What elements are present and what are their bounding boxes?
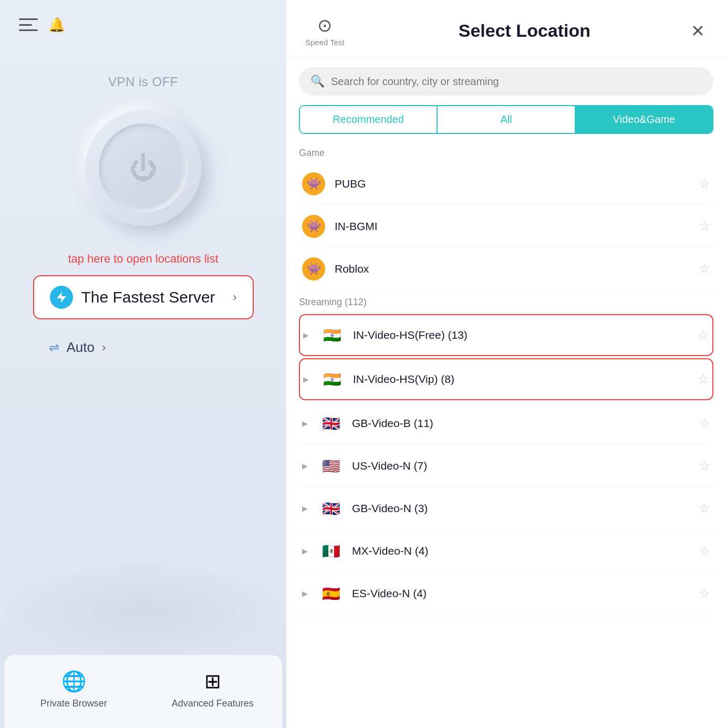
power-icon: ⏻	[129, 154, 158, 182]
section-header-streaming: Streaming (112)	[299, 290, 713, 312]
location-list: Game 👾 PUBG ☆ 👾 IN-BGMI ☆ 👾 Roblox ☆ Str…	[286, 141, 726, 728]
gb-video-n-favorite-icon[interactable]: ☆	[699, 501, 710, 516]
bg-decoration	[0, 560, 286, 665]
roblox-label: Roblox	[335, 263, 689, 275]
list-item-roblox[interactable]: 👾 Roblox ☆	[299, 248, 713, 290]
list-item-us-video-n[interactable]: ▶ 🇺🇸 US-Video-N (7) ☆	[299, 445, 713, 487]
mx-video-n-label: MX-Video-N (4)	[352, 545, 689, 557]
us-video-n-label: US-Video-N (7)	[352, 460, 689, 472]
gb-video-b-favorite-icon[interactable]: ☆	[699, 416, 710, 431]
in-video-free-favorite-icon[interactable]: ☆	[698, 328, 709, 342]
search-bar[interactable]: 🔍	[299, 67, 713, 96]
section-header-game: Game	[299, 141, 713, 163]
fastest-server-button[interactable]: The Fastest Server ›	[33, 275, 254, 319]
roblox-icon: 👾	[302, 257, 325, 280]
left-header: 🔔	[0, 0, 286, 43]
list-item-gb-video-b[interactable]: ▶ 🇬🇧 GB-Video-B (11) ☆	[299, 402, 713, 445]
private-browser-label: Private Browser	[40, 698, 107, 709]
list-item-gb-video-n[interactable]: ▶ 🇬🇧 GB-Video-N (3) ☆	[299, 487, 713, 530]
expand-us-video-n-icon: ▶	[302, 462, 308, 470]
auto-chevron: ›	[102, 341, 106, 355]
es-video-n-label: ES-Video-N (4)	[352, 587, 689, 600]
search-icon: 🔍	[310, 75, 325, 88]
bgmi-icon: 👾	[302, 215, 325, 238]
select-location-title: Select Location	[360, 20, 689, 41]
in-video-vip-label: IN-Video-HS(Vip) (8)	[353, 373, 688, 386]
list-item-in-video-vip[interactable]: ▶ 🇮🇳 IN-Video-HS(Vip) (8) ☆	[299, 358, 713, 400]
tab-all[interactable]: All	[438, 106, 574, 133]
mx-video-n-favorite-icon[interactable]: ☆	[699, 544, 710, 558]
auto-button[interactable]: ⇌ Auto ›	[33, 334, 254, 361]
expand-in-video-free-icon: ▶	[303, 331, 309, 339]
tap-hint-label: tap here to open locations list	[68, 252, 218, 266]
power-inner-circle: ⏻	[99, 123, 188, 213]
auto-icon: ⇌	[49, 340, 59, 355]
pubg-label: PUBG	[335, 178, 689, 190]
list-item-es-video-n[interactable]: ▶ 🇪🇸 ES-Video-N (4) ☆	[299, 573, 713, 615]
in-video-free-label: IN-Video-HS(Free) (13)	[353, 329, 688, 341]
expand-mx-video-n-icon: ▶	[302, 547, 308, 555]
bgmi-favorite-icon[interactable]: ☆	[699, 219, 710, 234]
expand-in-video-vip-icon: ▶	[303, 375, 309, 383]
close-button[interactable]: ✕	[689, 19, 707, 43]
expand-es-video-n-icon: ▶	[302, 589, 308, 598]
auto-label: Auto	[67, 339, 95, 356]
in-video-vip-favorite-icon[interactable]: ☆	[698, 372, 709, 387]
left-panel: 🔔 VPN is OFF ⏻ tap here to open location…	[0, 0, 286, 728]
notification-bell-icon[interactable]: 🔔	[48, 17, 63, 33]
list-item-mx-video-n[interactable]: ▶ 🇲🇽 MX-Video-N (4) ☆	[299, 530, 713, 573]
power-button[interactable]: ⏻	[86, 110, 201, 226]
advanced-features-button[interactable]: ⊞ Advanced Features	[143, 670, 283, 709]
es-video-n-favorite-icon[interactable]: ☆	[699, 586, 710, 601]
hamburger-menu-icon[interactable]	[19, 18, 38, 31]
advanced-features-label: Advanced Features	[172, 698, 254, 709]
vpn-status-label: VPN is OFF	[108, 75, 178, 89]
pubg-icon: 👾	[302, 172, 325, 195]
list-item-pubg[interactable]: 👾 PUBG ☆	[299, 163, 713, 205]
right-header: ⊙ Speed Test Select Location ✕	[286, 0, 726, 58]
gb-video-n-label: GB-Video-N (3)	[352, 502, 689, 515]
expand-gb-video-b-icon: ▶	[302, 419, 308, 428]
private-browser-button[interactable]: 🌐 Private Browser	[4, 670, 143, 709]
list-item-bgmi[interactable]: 👾 IN-BGMI ☆	[299, 205, 713, 248]
right-panel: ⊙ Speed Test Select Location ✕ 🔍 Recomme…	[286, 0, 726, 728]
gb-flag-n: 🇬🇧	[319, 497, 343, 520]
mx-flag: 🇲🇽	[319, 539, 343, 563]
tabs-row: Recommended All Video&Game	[299, 105, 713, 134]
speed-test-label: Speed Test	[305, 38, 345, 47]
gb-flag-b: 🇬🇧	[319, 412, 343, 435]
pubg-favorite-icon[interactable]: ☆	[699, 176, 710, 191]
fastest-server-icon	[50, 286, 73, 309]
india-flag-free: 🇮🇳	[320, 324, 344, 347]
bgmi-label: IN-BGMI	[335, 220, 689, 233]
us-flag: 🇺🇸	[319, 454, 343, 477]
tab-recommended[interactable]: Recommended	[300, 106, 437, 133]
tab-video-game[interactable]: Video&Game	[576, 106, 712, 133]
fastest-server-chevron: ›	[233, 290, 236, 304]
es-flag: 🇪🇸	[319, 582, 343, 605]
us-video-n-favorite-icon[interactable]: ☆	[699, 459, 710, 473]
roblox-favorite-icon[interactable]: ☆	[699, 262, 710, 276]
advanced-features-icon: ⊞	[204, 670, 221, 693]
gb-video-b-label: GB-Video-B (11)	[352, 417, 689, 430]
private-browser-icon: 🌐	[61, 670, 86, 693]
left-footer: 🌐 Private Browser ⊞ Advanced Features	[4, 655, 282, 728]
fastest-server-label: The Fastest Server	[81, 288, 225, 306]
search-input[interactable]	[331, 76, 702, 88]
speed-test-button[interactable]: ⊙ Speed Test	[305, 15, 345, 47]
speed-test-icon: ⊙	[317, 15, 332, 36]
india-flag-vip: 🇮🇳	[320, 368, 344, 391]
list-item-in-video-free[interactable]: ▶ 🇮🇳 IN-Video-HS(Free) (13) ☆	[299, 314, 713, 356]
expand-gb-video-n-icon: ▶	[302, 504, 308, 513]
